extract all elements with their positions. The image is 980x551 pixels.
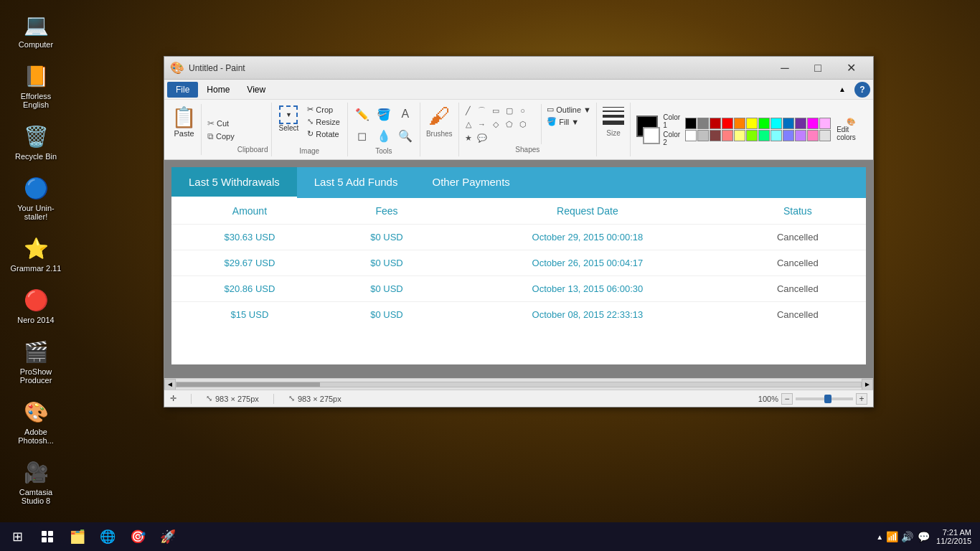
icon-grammar[interactable]: ⭐ Grammar 2.11 — [7, 231, 65, 276]
ribbon-collapse-icon[interactable]: ▲ — [839, 85, 852, 93]
swatch-pink[interactable] — [819, 118, 831, 129]
swatch-brown[interactable] — [710, 130, 721, 141]
paste-button[interactable]: 📋 Paste — [167, 104, 202, 155]
rect-shape[interactable]: ▭ — [489, 104, 502, 117]
curve-shape[interactable]: ⌒ — [476, 104, 489, 117]
chrome-button[interactable]: 🌐 — [93, 522, 122, 551]
swatch-yellow[interactable] — [746, 118, 758, 129]
swatch-lightcyan[interactable] — [771, 130, 782, 141]
brushes-button[interactable]: 🖌 — [428, 104, 450, 128]
swatch-lightyellow[interactable] — [734, 130, 745, 141]
callout-shape[interactable]: 💬 — [476, 131, 489, 144]
task-view-button[interactable] — [33, 522, 62, 551]
eraser-tool[interactable]: ◻ — [352, 126, 372, 146]
swatch-gray[interactable] — [697, 118, 709, 129]
swatch-lavender[interactable] — [795, 130, 806, 141]
icon-effortless-english[interactable]: 📙 Efforless English — [7, 59, 65, 112]
swatch-cyan[interactable] — [771, 118, 782, 129]
scroll-track[interactable] — [176, 382, 862, 387]
maximize-button[interactable]: □ — [801, 57, 834, 80]
outline-button[interactable]: ▭ Outline ▼ — [545, 104, 593, 115]
help-icon[interactable]: ? — [854, 82, 870, 98]
magnify-tool[interactable]: 🔍 — [395, 126, 415, 146]
color-picker-tool[interactable]: 💧 — [374, 126, 394, 146]
arrow-shape[interactable]: → — [476, 118, 489, 131]
menu-view[interactable]: View — [238, 82, 274, 98]
size-line-4[interactable] — [603, 121, 624, 125]
file-explorer-button[interactable]: 🗂️ — [63, 522, 92, 551]
star-shape[interactable]: ★ — [462, 131, 475, 144]
scroll-thumb[interactable] — [176, 382, 320, 387]
zoom-slider[interactable] — [796, 397, 853, 400]
triangle-shape[interactable]: △ — [462, 118, 475, 131]
pencil-tool[interactable]: ✏️ — [352, 104, 372, 124]
swatch-orange[interactable] — [734, 118, 745, 129]
swatch-blue[interactable] — [783, 118, 794, 129]
swatch-red[interactable] — [722, 118, 733, 129]
color2-label[interactable]: Color 2 — [663, 131, 682, 146]
swatch-silver[interactable] — [697, 130, 709, 141]
swatch-periwinkle[interactable] — [783, 130, 794, 141]
start-button[interactable]: ⊞ — [3, 522, 32, 551]
icon-recycle-bin[interactable]: 🗑️ Recycle Bin — [7, 119, 65, 164]
volume-icon[interactable]: 🔊 — [901, 531, 913, 542]
swatch-magenta[interactable] — [807, 118, 819, 129]
tab-withdrawals[interactable]: Last 5 Withdrawals — [171, 167, 297, 198]
swatch-black[interactable] — [685, 118, 697, 129]
menu-home[interactable]: Home — [198, 82, 238, 98]
swatch-lime[interactable] — [758, 118, 770, 129]
fill-tool[interactable]: 🪣 — [374, 104, 394, 124]
icon-nero[interactable]: 🔴 Nero 2014 — [7, 283, 65, 327]
swatch-spring[interactable] — [758, 130, 770, 141]
size-line-3[interactable] — [603, 115, 624, 118]
cut-button[interactable]: ✂ Cut — [204, 118, 237, 129]
icon-proshow[interactable]: 🎬 ProShow Producer — [7, 334, 65, 387]
minimize-button[interactable]: ─ — [768, 57, 801, 80]
notification-icon[interactable]: 💬 — [916, 529, 930, 544]
tab-add-funds[interactable]: Last 5 Add Funds — [297, 167, 415, 198]
copy-button[interactable]: ⧉ Copy — [204, 131, 237, 142]
zoom-in-button[interactable]: + — [856, 393, 867, 405]
canvas-scroll[interactable]: Last 5 Withdrawals Last 5 Add Funds Othe… — [164, 160, 873, 378]
network-icon[interactable]: 📶 — [886, 531, 898, 542]
roundrect-shape[interactable]: ▢ — [503, 104, 516, 117]
rotate-button[interactable]: ↻ Rotate — [304, 128, 343, 139]
text-tool[interactable]: A — [395, 104, 415, 124]
icon-camtasia[interactable]: 🎥 Camtasia Studio 8 — [7, 455, 65, 508]
tray-expand-icon[interactable]: ▲ — [876, 533, 883, 541]
icon-photoshop[interactable]: 🎨 Adobe Photosh... — [7, 395, 65, 448]
edit-colors-button[interactable]: 🎨 Edit colors — [834, 116, 867, 143]
app3-button[interactable]: 🎯 — [123, 522, 152, 551]
swatch-rose[interactable] — [807, 130, 819, 141]
tab-other-payments[interactable]: Other Payments — [415, 167, 527, 198]
taskbar-clock[interactable]: 7:21 AM 11/2/2015 — [936, 528, 977, 545]
icon-computer[interactable]: 💻 Computer — [7, 7, 65, 52]
line-shape[interactable]: ╱ — [462, 104, 475, 117]
close-button[interactable]: ✕ — [834, 57, 867, 80]
ellipse-shape[interactable]: ○ — [517, 104, 529, 117]
resize-button[interactable]: ⤡ Resize — [304, 116, 343, 127]
zoom-thumb[interactable] — [824, 395, 831, 403]
swatch-lightgray[interactable] — [819, 130, 831, 141]
zoom-out-button[interactable]: − — [781, 393, 793, 405]
scroll-left-button[interactable]: ◄ — [164, 379, 176, 390]
swatch-darkred[interactable] — [710, 118, 721, 129]
crop-button[interactable]: ✂ Crop — [304, 104, 343, 115]
icon-uninstaller[interactable]: 🔵 Your Unin-staller! — [7, 171, 65, 224]
swatch-purple[interactable] — [795, 118, 806, 129]
swatch-chartreuse[interactable] — [746, 130, 758, 141]
fill-button[interactable]: 🪣 Fill ▼ — [545, 116, 593, 127]
app4-button[interactable]: 🚀 — [154, 522, 182, 551]
diamond-shape[interactable]: ◇ — [489, 118, 502, 131]
size-line-2[interactable] — [603, 110, 624, 112]
size-line-1[interactable] — [603, 107, 624, 108]
menu-file[interactable]: File — [167, 82, 198, 98]
select-button[interactable]: ▼ Select — [276, 104, 302, 133]
pentagon-shape[interactable]: ⬠ — [503, 118, 516, 131]
scroll-right-button[interactable]: ► — [862, 379, 873, 390]
horizontal-scrollbar[interactable]: ◄ ► — [164, 378, 873, 390]
color-preview[interactable] — [636, 116, 660, 144]
color1-label[interactable]: Color 1 — [663, 113, 682, 129]
swatch-salmon[interactable] — [722, 130, 733, 141]
hexagon-shape[interactable]: ⬡ — [517, 118, 529, 131]
